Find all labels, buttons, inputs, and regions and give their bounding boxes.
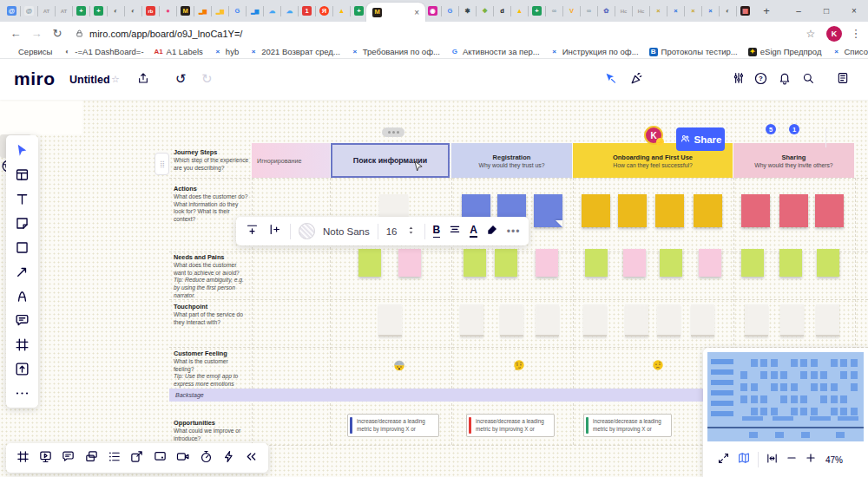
pinned-tab-dark-site[interactable]: ▦ (738, 3, 753, 19)
structure-tool[interactable] (107, 449, 122, 467)
bold-button[interactable]: B (433, 225, 441, 237)
frame-tool[interactable] (16, 449, 30, 467)
sticky-note[interactable] (536, 249, 558, 277)
pinned-tab-jira-blue[interactable]: × (703, 3, 718, 19)
pinned-tab-dribbble[interactable]: ● (161, 3, 175, 19)
sticky-note[interactable] (585, 249, 608, 277)
cursor-follow-icon[interactable] (603, 71, 618, 89)
sticky-note[interactable] (623, 249, 646, 277)
board-canvas[interactable]: ⣿ИгнорированиеПоиск информацииRegistrati… (0, 100, 868, 477)
more-options-icon[interactable]: ••• (507, 225, 521, 238)
templates-tool[interactable] (11, 164, 34, 185)
pinned-tab-drive[interactable]: ▲ (512, 3, 527, 19)
bookmark-item[interactable]: A1A1 Labels (155, 47, 203, 56)
sticky-placeholder[interactable] (460, 304, 483, 337)
notes-icon[interactable] (836, 71, 850, 88)
opportunity-card[interactable]: increase/decrease a leading metric by im… (583, 414, 672, 437)
pen-tool[interactable] (11, 285, 34, 306)
bookmark-item[interactable]: ×hyb (214, 47, 239, 56)
sticky-note[interactable] (464, 249, 486, 277)
bookmark-item[interactable]: ×Список ошибок О... (832, 47, 868, 56)
pinned-tab-red-service[interactable]: 1 (299, 3, 314, 19)
sticky-placeholder[interactable] (816, 304, 839, 337)
sticky-placeholder[interactable] (583, 304, 607, 337)
sticky-note[interactable] (815, 194, 844, 227)
fit-width-icon[interactable] (766, 452, 779, 468)
upload-tool[interactable] (11, 358, 34, 379)
map-toggle-icon[interactable] (737, 451, 751, 468)
highlighter-button[interactable] (485, 223, 499, 240)
pinned-tab-sheets[interactable]: + (74, 3, 89, 19)
pinned-tab-jira-gold[interactable]: × (686, 3, 700, 19)
sticky-note[interactable] (495, 249, 517, 277)
pinned-tab-globe[interactable]: ◐ (126, 3, 141, 19)
active-tab[interactable]: M × (366, 3, 425, 22)
pinned-tab-globe[interactable]: ◐ (720, 3, 735, 19)
journey-column-1[interactable]: Игнорирование (252, 143, 330, 178)
pinned-tab-instagram[interactable]: ◉ (425, 3, 440, 19)
sticky-placeholder[interactable] (500, 304, 523, 337)
sticky-note[interactable] (534, 194, 562, 227)
close-button[interactable]: × (840, 0, 868, 22)
select-cursor-tool[interactable] (11, 140, 34, 160)
export-tool[interactable] (129, 449, 144, 467)
pinned-tab-cloud[interactable]: ☁ (282, 3, 297, 19)
font-size-stepper[interactable] (405, 224, 417, 239)
sticky-placeholder[interactable] (745, 304, 768, 337)
selection-handle[interactable] (382, 127, 404, 137)
back-icon[interactable]: ← (5, 27, 26, 40)
sticky-placeholder[interactable] (378, 304, 402, 337)
shape-tool[interactable] (11, 237, 34, 258)
sticky-note[interactable] (741, 194, 770, 227)
miro-logo[interactable]: miro (14, 69, 56, 89)
more-tool[interactable] (11, 382, 34, 403)
sticky-note[interactable] (655, 194, 684, 227)
pinned-tab-google[interactable]: G (443, 3, 457, 19)
pinned-tab-jira-gold[interactable]: × (651, 3, 666, 19)
sticky-placeholder[interactable] (780, 304, 804, 337)
add-row-icon[interactable] (245, 222, 260, 240)
pinned-tab-jira-blue[interactable]: × (668, 3, 683, 19)
text-color-button[interactable]: A (470, 225, 477, 238)
camera-tool[interactable] (175, 449, 190, 467)
bookmark-item[interactable]: BПротоколы тестир... (649, 47, 738, 56)
board-settings-icon[interactable] (732, 71, 746, 88)
pinned-tab-sheets[interactable]: + (352, 3, 366, 19)
timer-tool[interactable] (199, 449, 214, 467)
pinned-tab-hc-doc[interactable]: Hc (616, 3, 631, 19)
bookmark-item[interactable]: ×2021 Возврат сред... (249, 47, 340, 56)
pinned-tab-cloud[interactable]: ☁ (265, 3, 279, 19)
forward-icon[interactable]: → (26, 27, 47, 40)
bookmark-star-icon[interactable]: ☆ (800, 28, 821, 40)
notifications-bell-icon[interactable] (778, 71, 792, 88)
pinned-tab-mail[interactable]: @ (22, 3, 36, 19)
pinned-tab-chart-yellow[interactable]: ▂▆ (213, 3, 227, 19)
redo-icon[interactable]: ↻ (201, 71, 213, 87)
opportunity-card[interactable]: increase/decrease a leading metric by im… (466, 414, 555, 437)
minimap[interactable] (707, 352, 864, 441)
pinned-tab-chart-orange[interactable]: ▂▆ (195, 3, 210, 19)
pinned-tab-paw[interactable]: ✱ (460, 3, 475, 19)
bookmark-item[interactable]: Сервисы (7, 47, 52, 56)
zoom-in-icon[interactable] (805, 452, 817, 467)
sticky-note[interactable] (582, 194, 610, 227)
bookmark-item[interactable]: GАктивности за пер... (450, 47, 540, 56)
comment-tool[interactable] (11, 310, 34, 330)
pinned-tab-v-service[interactable]: V (564, 3, 579, 19)
bookmark-item[interactable]: ×Требования по оф... (351, 47, 440, 56)
bookmark-item[interactable]: ◐-=A1 DashBoard=- (62, 47, 143, 56)
opportunity-card[interactable]: increase/decrease a leading metric by im… (347, 414, 439, 437)
help-icon[interactable]: ? (753, 71, 768, 89)
new-tab-button[interactable]: + (758, 3, 775, 20)
pinned-tab-chart-blue[interactable]: ▂▆ (247, 3, 262, 19)
bookmark-item[interactable]: ×Инструкция по оф... (550, 47, 639, 56)
pinned-tab-google[interactable]: G (230, 3, 245, 19)
sticky-note[interactable] (817, 249, 839, 277)
text-tool[interactable] (11, 188, 34, 209)
reload-icon[interactable]: ↻ (47, 27, 68, 40)
pinned-tab-globe[interactable]: ◐ (108, 3, 123, 19)
pinned-tab-hc-doc[interactable]: Hc (634, 3, 648, 19)
search-icon[interactable] (801, 71, 815, 88)
sticky-placeholder[interactable] (657, 304, 681, 337)
comment2-tool[interactable] (61, 449, 76, 467)
